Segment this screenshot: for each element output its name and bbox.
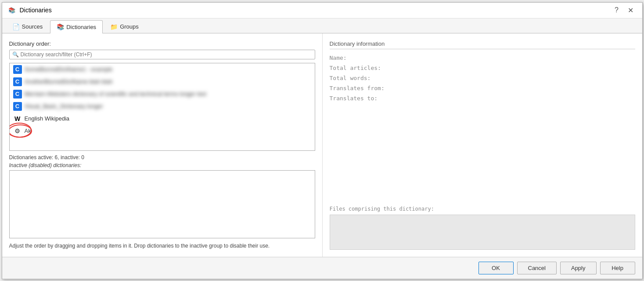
info-row-words: Total words: xyxy=(330,75,635,81)
inactive-label: Inactive (disabled) dictionaries: xyxy=(9,162,315,168)
left-panel: Dictionary order: 🔍 C SomeBlurredDictNam… xyxy=(2,33,323,257)
dict-info-title: Dictionary information xyxy=(330,40,635,49)
window-icon: 📚 xyxy=(7,6,16,15)
right-panel: Dictionary information Name: Total artic… xyxy=(323,33,642,257)
dict-icon-4: C xyxy=(13,102,22,111)
groups-tab-icon: 📁 xyxy=(110,23,118,30)
inactive-box xyxy=(9,170,315,238)
dictionaries-tab-icon: 📚 xyxy=(57,23,64,30)
search-input[interactable] xyxy=(21,51,312,58)
dict-item-4[interactable]: C Visual_Basic_Dictionary longer xyxy=(10,100,315,113)
dict-icon-ak: ⚙ xyxy=(13,127,22,135)
info-row-name: Name: xyxy=(330,55,635,61)
main-window: 📚 Dictionaries ? ✕ 📄 Sources 📚 Dictionar… xyxy=(2,2,643,279)
dict-order-label: Dictionary order: xyxy=(9,40,315,47)
groups-tab-label: Groups xyxy=(120,23,139,30)
dict-item-3[interactable]: C Merriam-Websters dictionary of scienti… xyxy=(10,88,315,100)
footer: OK Cancel Apply Help xyxy=(2,257,642,279)
title-bar-left: 📚 Dictionaries xyxy=(7,6,52,15)
dict-item-wikipedia[interactable]: W English Wikipedia xyxy=(10,113,315,125)
info-key-from: Translates from: xyxy=(330,85,391,91)
dict-item-ak[interactable]: ⚙ Ak xyxy=(10,125,315,137)
help-button[interactable]: ? xyxy=(611,4,623,16)
info-key-name: Name: xyxy=(330,55,391,61)
dict-item-text-wikipedia: English Wikipedia xyxy=(25,115,70,122)
dict-icon-2: C xyxy=(13,77,22,86)
dict-item-1[interactable]: C SomeBlurredDictName1 - example xyxy=(10,63,315,76)
help-button-footer[interactable]: Help xyxy=(600,262,635,274)
sources-tab-icon: 📄 xyxy=(12,23,20,30)
search-box[interactable]: 🔍 xyxy=(9,50,315,59)
dict-item-2[interactable]: C AnotherBlurredDictName blah blah xyxy=(10,76,315,88)
dict-icon-3: C xyxy=(13,90,22,99)
apply-button[interactable]: Apply xyxy=(560,262,597,274)
sources-tab-label: Sources xyxy=(22,23,43,30)
title-bar: 📚 Dictionaries ? ✕ xyxy=(2,3,642,18)
close-button[interactable]: ✕ xyxy=(625,4,637,16)
dict-item-text-2: AnotherBlurredDictName blah blah xyxy=(25,78,113,85)
dict-item-text-ak: Ak xyxy=(25,128,31,134)
info-key-articles: Total articles: xyxy=(330,65,391,71)
dict-stats: Dictionaries active: 6, inactive: 0 xyxy=(9,154,315,161)
tab-bar: 📄 Sources 📚 Dictionaries 📁 Groups xyxy=(2,18,642,33)
main-content: Dictionary order: 🔍 C SomeBlurredDictNam… xyxy=(2,33,642,257)
tab-dictionaries[interactable]: 📚 Dictionaries xyxy=(50,20,103,33)
info-row-articles: Total articles: xyxy=(330,65,635,71)
files-box xyxy=(330,215,635,250)
dictionaries-tab-label: Dictionaries xyxy=(66,24,96,30)
files-label: Files comprising this dictionary: xyxy=(330,206,635,212)
cancel-button[interactable]: Cancel xyxy=(517,262,557,274)
dict-list: C SomeBlurredDictName1 - example C Anoth… xyxy=(9,63,315,151)
info-key-to: Translates to: xyxy=(330,95,391,102)
tab-sources[interactable]: 📄 Sources xyxy=(6,20,50,33)
window-title: Dictionaries xyxy=(20,7,52,14)
files-section: Files comprising this dictionary: xyxy=(330,206,635,250)
tab-groups[interactable]: 📁 Groups xyxy=(104,20,145,33)
search-icon: 🔍 xyxy=(12,51,19,58)
info-row-to: Translates to: xyxy=(330,95,635,102)
info-row-from: Translates from: xyxy=(330,85,635,91)
dict-item-text-3: Merriam-Websters dictionary of scientifi… xyxy=(25,91,206,97)
dict-icon-1: C xyxy=(13,65,22,74)
dict-icon-wikipedia: W xyxy=(13,114,22,123)
hint-text: Adjust the order by dragging and droppin… xyxy=(9,242,315,250)
dict-item-text-1: SomeBlurredDictName1 - example xyxy=(25,66,113,73)
info-key-words: Total words: xyxy=(330,75,391,81)
title-bar-controls: ? ✕ xyxy=(611,4,637,16)
dict-item-text-4: Visual_Basic_Dictionary longer xyxy=(25,103,103,109)
ok-button[interactable]: OK xyxy=(479,262,514,274)
